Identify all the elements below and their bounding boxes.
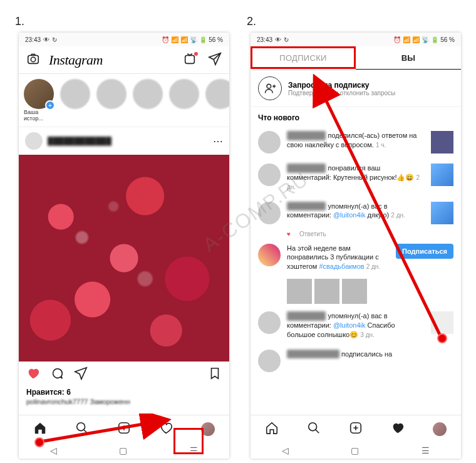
activity-thumbnail[interactable] [431,311,453,334]
signal-icon: 📶 [403,36,410,43]
alarm-icon: ⏰ [162,36,169,43]
app-header: Instagram [19,46,229,74]
thumbnail[interactable] [287,279,312,304]
step-2-label: 2. [247,15,256,28]
annotation-dot-1 [34,437,44,447]
activity-item[interactable]: █████ █ ████ подписались на [251,345,461,377]
follow-request-icon [258,76,282,100]
status-time: 23:43 [257,36,272,43]
nav-profile-icon[interactable] [433,422,447,436]
like-small-icon[interactable]: ♥ [287,231,291,237]
activity-text: ████████ понравился ваш комментарий: Кру… [287,164,425,192]
activity-reply-row: ♥ Ответить [251,229,461,239]
thumbnail[interactable] [342,279,367,304]
activity-avatar[interactable] [258,311,281,334]
nav-add-icon[interactable] [117,421,131,437]
activity-avatar[interactable] [258,350,281,372]
annotation-highlight-heart [173,428,204,454]
hashtag-avatar[interactable] [258,244,281,266]
signal-icon: 📶 [412,36,420,43]
activity-avatar[interactable] [258,131,281,153]
comment-icon[interactable] [50,367,64,383]
nav-home-icon[interactable] [33,421,47,437]
post-header: ████████████ ⋯ [19,127,229,155]
post-actions [19,362,229,388]
activity-item[interactable]: ████████ упомянул(-а) вас в комментарии:… [251,197,461,229]
activity-avatar[interactable] [258,164,281,186]
instagram-logo: Instagram [49,52,103,68]
likes-count[interactable]: Нравится: 6 [19,388,229,397]
nav-search-icon[interactable] [75,421,89,437]
story-item[interactable] [133,79,163,122]
android-recent-icon[interactable]: ☰ [422,445,430,455]
android-back-icon[interactable]: ◁ [282,445,289,455]
story-item[interactable] [60,79,90,122]
eye-icon: 👁 [43,36,49,43]
android-home-icon[interactable]: ▢ [351,445,359,455]
nav-activity-icon[interactable] [391,421,405,437]
activity-thumbnail[interactable] [431,202,453,224]
activity-item[interactable]: ████████ упомянул(-а) вас в комментарии:… [251,306,461,345]
your-story-label: Ваша истор... [24,109,54,122]
add-story-icon[interactable]: + [45,100,55,110]
step-1-label: 1. [15,15,24,28]
igtv-icon[interactable] [183,52,197,68]
wifi-icon: 📡 [190,36,197,43]
activity-text: ████████ упомянул(-а) вас в комментарии:… [287,311,425,340]
nav-activity-icon[interactable] [159,421,173,437]
story-item[interactable] [96,79,127,122]
bottom-nav [251,415,461,442]
android-nav-bar: ◁ ▢ ☰ [251,442,461,459]
nav-search-icon[interactable] [307,421,321,437]
share-icon[interactable] [74,367,88,383]
battery-percent: 56 % [209,36,223,43]
stories-bar[interactable]: + Ваша истор... [19,74,229,127]
subscribe-button[interactable]: Подписаться [396,244,453,259]
thumbnail[interactable] [314,279,339,304]
activity-item[interactable]: ████████ поделился(-ась) ответом на свою… [251,126,461,159]
svg-rect-2 [185,55,195,63]
activity-thumbnail[interactable] [431,164,453,186]
status-bar: 23:43 👁 ↻ ⏰ 📶 📶 📡 🔋 56 % [19,33,229,46]
svg-point-1 [31,57,35,61]
bookmark-icon[interactable] [208,367,222,383]
direct-message-icon[interactable] [208,52,222,68]
tab-you[interactable]: Вы [356,46,461,70]
post-author-avatar[interactable] [25,132,43,150]
android-home-icon[interactable]: ▢ [119,445,127,455]
story-item[interactable] [205,79,229,122]
nav-add-icon[interactable] [349,421,363,437]
your-story[interactable]: + Ваша истор... [24,79,54,122]
follow-requests-title: Запросы на подписку [288,81,395,90]
notification-dot-icon [194,52,198,56]
nav-home-icon[interactable] [265,421,279,437]
activity-item[interactable]: ████████ понравился ваш комментарий: Кру… [251,159,461,197]
activity-thumbnail[interactable] [431,131,453,153]
post-caption: polinavronchuk7777 Замороженн [19,397,229,407]
battery-icon: 🔋 [199,36,207,43]
post-author-username[interactable]: ████████████ [48,137,208,145]
android-back-icon[interactable]: ◁ [50,445,57,455]
activity-item[interactable]: На этой неделе вам понравились 3 публика… [251,239,461,277]
like-icon[interactable] [26,367,40,383]
signal-icon: 📶 [180,36,188,43]
activity-avatar[interactable] [258,202,281,224]
follow-requests-row[interactable]: Запросы на подписку Подтвердить или откл… [251,70,461,107]
hashtag-thumbnails [251,276,461,306]
activity-text: На этой неделе вам понравились 3 публика… [287,244,390,272]
eye-icon: 👁 [275,36,281,43]
wifi-icon: 📡 [422,36,429,43]
annotation-dot-2 [437,333,447,343]
story-item[interactable] [169,79,199,122]
status-bar: 23:43 👁 ↻ ⏰ 📶 📶 📡 🔋 56 % [251,33,461,46]
svg-point-3 [77,422,85,430]
svg-point-7 [309,422,317,430]
post-more-icon[interactable]: ⋯ [213,135,223,147]
annotation-highlight-tab [251,46,356,69]
camera-icon[interactable] [26,52,40,68]
post-image[interactable] [19,155,229,362]
phone-screenshot-2: 23:43 👁 ↻ ⏰ 📶 📶 📡 🔋 56 % ПОДПИСКИ Вы Зап… [251,33,461,459]
activity-text: ████████ упомянул(-а) вас в комментарии:… [287,202,425,221]
reply-link[interactable]: Ответить [299,231,326,237]
activity-text: ████████ поделился(-ась) ответом на свою… [287,131,425,150]
